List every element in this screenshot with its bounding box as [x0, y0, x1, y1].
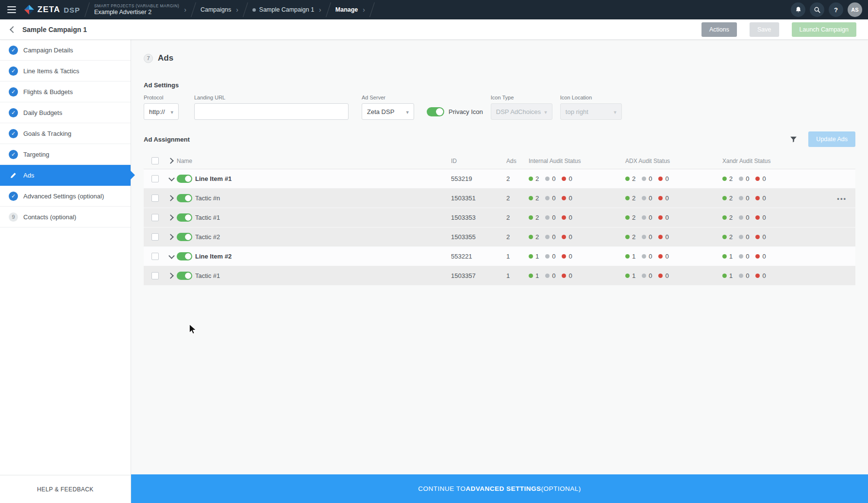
column-header-name[interactable]: Name	[177, 158, 451, 164]
back-button[interactable]	[6, 23, 18, 36]
approved-dot-icon	[625, 215, 630, 220]
search-button[interactable]	[810, 2, 824, 17]
advertiser-label: Example Advertiser 2	[94, 9, 179, 16]
table-row[interactable]: Tactic #1 1503353 2 2 0 0 2 0 0 2	[144, 208, 855, 227]
pending-dot-icon	[739, 215, 743, 220]
approved-dot-icon	[722, 274, 727, 278]
row-checkbox[interactable]	[151, 214, 159, 221]
pending-dot-icon	[545, 196, 550, 200]
actions-button[interactable]: Actions	[701, 22, 737, 37]
rejected-dot-icon	[562, 177, 566, 181]
ad-assignment-title: Ad Assignment	[144, 136, 190, 143]
rejected-dot-icon	[755, 215, 760, 220]
rejected-dot-icon	[562, 274, 566, 278]
rejected-dot-icon	[562, 196, 566, 200]
column-header-xandr: Xandr Audit Status	[722, 158, 855, 164]
expand-chevron-icon[interactable]	[166, 196, 177, 200]
rejected-dot-icon	[755, 235, 760, 239]
sidebar-item-daily-budgets[interactable]: Daily Budgets	[0, 102, 131, 123]
chevron-right-icon	[363, 6, 365, 14]
notifications-button[interactable]	[791, 2, 805, 17]
sidebar-item-ads[interactable]: Ads	[0, 165, 131, 186]
internal-audit-status: 1 0 0	[529, 253, 625, 260]
wizard-sidebar: Campaign Details Line Items & Tactics Fl…	[0, 40, 131, 503]
update-ads-button[interactable]: Update Ads	[808, 131, 855, 147]
expand-chevron-icon[interactable]	[166, 274, 177, 278]
sidebar-item-line-items-tactics[interactable]: Line Items & Tactics	[0, 61, 131, 81]
sidebar-item-flights-budgets[interactable]: Flights & Budgets	[0, 81, 131, 102]
table-row[interactable]: Line Item #1 553219 2 2 0 0 2 0 0 2	[144, 169, 855, 189]
approved-dot-icon	[625, 177, 630, 181]
chevron-right-icon	[319, 6, 321, 14]
row-toggle[interactable]	[177, 194, 192, 202]
row-name: Tactic #2	[195, 233, 451, 241]
pending-dot-icon	[642, 254, 646, 259]
column-header-adx: ADX Audit Status	[625, 158, 722, 164]
collapse-chevron-icon[interactable]	[166, 178, 177, 180]
sidebar-item-goals-tracking[interactable]: Goals & Tracking	[0, 123, 131, 144]
zeta-dsp-logo[interactable]: ZETA DSP	[24, 5, 80, 15]
row-toggle[interactable]	[177, 233, 192, 241]
step-number-icon: 9	[9, 212, 18, 222]
approved-dot-icon	[722, 254, 727, 259]
row-name: Line Item #2	[195, 253, 451, 260]
sort-chevron-icon[interactable]	[166, 159, 177, 163]
sidebar-item-contacts[interactable]: 9 Contacts (optional)	[0, 207, 131, 227]
sidebar-item-advanced-settings[interactable]: Advanced Settings (optional)	[0, 186, 131, 207]
continue-button[interactable]: CONTINUE TO ADVANCED SETTINGS (OPTIONAL)	[131, 474, 868, 503]
check-icon	[9, 87, 18, 97]
row-id: 1503353	[451, 214, 506, 221]
expand-chevron-icon[interactable]	[166, 235, 177, 239]
xandr-audit-status: 2 0 0	[722, 214, 855, 221]
bell-icon	[795, 6, 802, 14]
select-all-checkbox[interactable]	[151, 157, 159, 164]
help-button[interactable]: ?	[829, 2, 843, 17]
row-checkbox[interactable]	[151, 253, 159, 260]
expand-chevron-icon[interactable]	[166, 215, 177, 220]
table-row[interactable]: Tactic #n 1503351 2 2 0 0 2 0 0 2	[144, 189, 855, 208]
user-avatar[interactable]: AS	[848, 2, 862, 17]
row-menu-button[interactable]	[837, 195, 847, 202]
rejected-dot-icon	[755, 254, 760, 259]
protocol-select[interactable]: http://	[144, 103, 179, 120]
rejected-dot-icon	[562, 215, 566, 220]
landing-url-input[interactable]	[194, 103, 349, 120]
save-button[interactable]: Save	[750, 22, 779, 37]
adx-audit-status: 2 0 0	[625, 214, 722, 221]
help-feedback-button[interactable]: HELP & FEEDBACK	[0, 475, 131, 503]
pending-dot-icon	[739, 196, 743, 200]
filter-button[interactable]	[785, 131, 801, 147]
approved-dot-icon	[529, 235, 533, 239]
sidebar-item-campaign-details[interactable]: Campaign Details	[0, 40, 131, 61]
breadcrumb-campaigns[interactable]: Campaigns	[200, 6, 231, 13]
pending-dot-icon	[739, 274, 743, 278]
landing-url-label: Landing URL	[194, 95, 349, 100]
table-row[interactable]: Tactic #1 1503357 1 1 0 0 1 0 0 1	[144, 266, 855, 286]
row-toggle[interactable]	[177, 252, 192, 260]
xandr-audit-status: 1 0 0	[722, 253, 855, 260]
row-checkbox[interactable]	[151, 272, 159, 279]
row-toggle[interactable]	[177, 175, 192, 183]
table-row[interactable]: Tactic #2 1503355 2 2 0 0 2 0 0 2	[144, 227, 855, 247]
row-checkbox[interactable]	[151, 195, 159, 202]
hamburger-menu-icon[interactable]	[0, 0, 23, 19]
table-row[interactable]: Line Item #2 553221 1 1 0 0 1 0 0 1	[144, 247, 855, 266]
breadcrumb-campaign[interactable]: Sample Campaign 1	[259, 6, 314, 13]
collapse-chevron-icon[interactable]	[166, 255, 177, 258]
row-checkbox[interactable]	[151, 233, 159, 241]
ad-server-select[interactable]: Zeta DSP	[362, 103, 414, 120]
breadcrumb-manage[interactable]: Manage	[335, 6, 358, 13]
row-ads-count: 2	[506, 175, 529, 182]
row-toggle[interactable]	[177, 213, 192, 222]
row-name: Tactic #n	[195, 195, 451, 202]
row-checkbox[interactable]	[151, 175, 159, 182]
launch-campaign-button[interactable]: Launch Campaign	[792, 22, 856, 37]
row-toggle[interactable]	[177, 272, 192, 280]
privacy-icon-toggle[interactable]	[427, 107, 444, 116]
sidebar-item-targeting[interactable]: Targeting	[0, 144, 131, 165]
pending-dot-icon	[545, 215, 550, 220]
rejected-dot-icon	[755, 274, 760, 278]
breadcrumb-advertiser[interactable]: SMART PROJECTS (VARIABLE MARGIN) Example…	[94, 3, 179, 16]
approved-dot-icon	[529, 196, 533, 200]
row-ads-count: 2	[506, 214, 529, 221]
